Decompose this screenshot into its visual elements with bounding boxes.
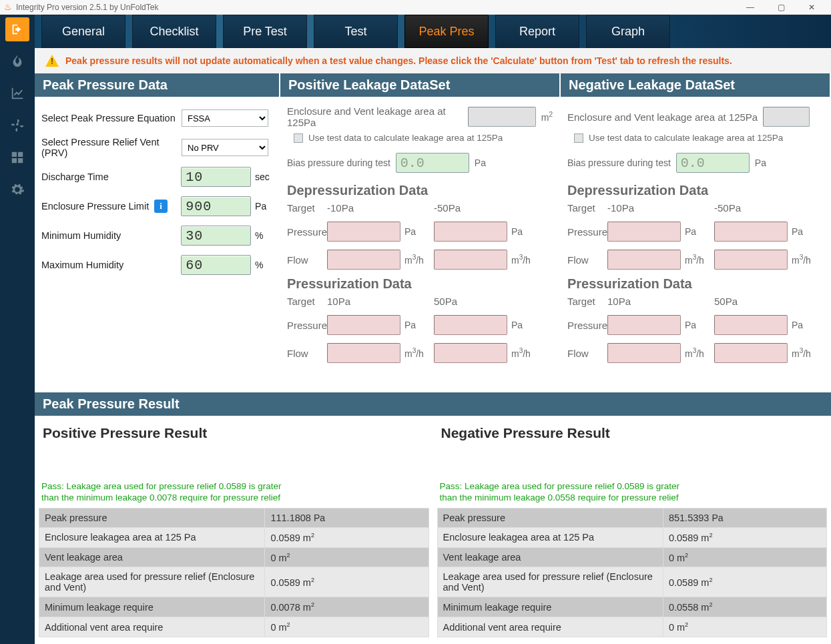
- pos-pres-t2: 50Pa: [434, 296, 547, 307]
- pos-pres-p1[interactable]: [327, 315, 400, 335]
- discharge-input[interactable]: 10: [181, 167, 251, 187]
- maxhum-input[interactable]: 60: [181, 255, 251, 275]
- result-label: Minimum leakage require: [39, 597, 265, 617]
- row-pressure: Pressure: [287, 226, 327, 238]
- tab-peakpres[interactable]: Peak Pres: [404, 15, 489, 48]
- row-target: Target: [287, 202, 327, 214]
- tab-pretest[interactable]: Pre Test: [223, 15, 307, 48]
- result-label: Enclosure leakagea area at 125 Pa: [437, 527, 663, 547]
- neg-pres-title: Pressurization Data: [567, 276, 823, 292]
- result-value: 0 m2: [265, 617, 429, 637]
- result-value: 0 m2: [663, 547, 826, 567]
- result-value: 0 m2: [265, 547, 429, 567]
- close-button[interactable]: ✕: [796, 1, 827, 14]
- equation-label: Select Peak Pressure Equation: [41, 113, 182, 123]
- table-row: Enclosure leakagea area at 125 Pa0.0589 …: [39, 527, 429, 547]
- discharge-unit: sec: [251, 172, 272, 182]
- pos-dep-title: Depressurization Data: [287, 183, 553, 198]
- table-row: Vent leakage area0 m2: [39, 547, 429, 567]
- neg-dep-title: Depressurization Data: [567, 183, 823, 198]
- pos-bias-label: Bias pressure during test: [287, 157, 390, 168]
- pos-enc-unit: m2: [541, 111, 553, 123]
- neg-enc-input[interactable]: [763, 107, 810, 127]
- tab-test[interactable]: Test: [314, 15, 398, 48]
- result-value: 0.0078 m2: [265, 597, 429, 617]
- result-label: Vent leakage area: [39, 547, 265, 567]
- neg-dep-t2: -50Pa: [714, 202, 828, 214]
- tab-graph[interactable]: Graph: [586, 15, 670, 48]
- neg-dep-p2[interactable]: [714, 222, 788, 242]
- minhum-input[interactable]: 30: [181, 226, 251, 246]
- pos-pres-title: Pressurization Data: [287, 276, 553, 292]
- pos-bias-input[interactable]: 0.0: [396, 153, 469, 173]
- pos-bias-unit: Pa: [475, 157, 486, 168]
- warning-icon: [45, 55, 59, 67]
- neg-bias-input[interactable]: 0.0: [676, 153, 750, 173]
- neg-pres-f1[interactable]: [607, 343, 681, 363]
- limit-unit: Pa: [251, 201, 272, 212]
- table-row: Vent leakage area0 m2: [437, 547, 827, 567]
- titlebar: ♨ Integrity Pro version 2.5.1 by UnFoldT…: [0, 0, 831, 15]
- neg-dep-p1[interactable]: [607, 222, 681, 242]
- rail-fan[interactable]: [5, 113, 29, 137]
- rail-dashboard[interactable]: [5, 145, 29, 170]
- neg-pres-t1: 10Pa: [607, 296, 714, 307]
- pos-dep-p1[interactable]: [327, 222, 400, 242]
- result-label: Leakage area used for pressure relief (E…: [39, 567, 265, 597]
- pos-pres-t1: 10Pa: [327, 296, 434, 307]
- info-icon[interactable]: i: [154, 200, 168, 213]
- result-value: 0 m2: [663, 617, 826, 637]
- pos-result-table: Peak pressure111.1808 PaEnclosure leakag…: [39, 508, 429, 637]
- result-value: 0.0558 m2: [663, 597, 826, 617]
- result-value: 111.1808 Pa: [265, 508, 429, 527]
- prv-select[interactable]: No PRV: [182, 139, 268, 156]
- pos-dep-f1[interactable]: [327, 250, 400, 270]
- pos-dep-f2[interactable]: [434, 250, 507, 270]
- pos-usetest-checkbox[interactable]: [294, 133, 303, 143]
- pos-dep-p2[interactable]: [434, 222, 507, 242]
- pos-pres-f1[interactable]: [327, 343, 400, 363]
- rail-settings[interactable]: [5, 178, 29, 202]
- table-row: Leakage area used for pressure relief (E…: [437, 567, 827, 597]
- limit-input[interactable]: 900: [181, 196, 251, 216]
- pos-enc-label: Enclosure and Vent leakage area at 125Pa: [287, 105, 463, 128]
- rail-chart[interactable]: [5, 81, 29, 105]
- rail-flame[interactable]: [5, 49, 29, 73]
- neg-bias-label: Bias pressure during test: [567, 157, 671, 168]
- result-label: Peak pressure: [437, 508, 663, 527]
- pos-enc-input[interactable]: [468, 107, 536, 127]
- table-row: Minimum leakage require0.0078 m2: [39, 597, 429, 617]
- minimize-button[interactable]: —: [735, 1, 766, 14]
- gear-icon: [10, 182, 25, 197]
- tab-report[interactable]: Report: [495, 15, 579, 48]
- neg-result-title: Negative Pressure Result: [441, 425, 828, 441]
- neg-dep-f1[interactable]: [607, 250, 681, 270]
- pos-pres-f2[interactable]: [434, 343, 507, 363]
- row-flow: Flow: [287, 254, 327, 266]
- neg-dep-f2[interactable]: [714, 250, 788, 270]
- pos-pres-p2[interactable]: [434, 315, 507, 335]
- table-row: Minimum leakage require0.0558 m2: [437, 597, 827, 617]
- rail-logout[interactable]: [5, 17, 29, 41]
- limit-label: Enclosure Pressure Limit i: [41, 200, 181, 213]
- equation-select[interactable]: FSSA: [182, 109, 268, 127]
- neg-usetest-checkbox[interactable]: [574, 133, 583, 143]
- pos-result-title: Positive Pressure Result: [43, 425, 429, 441]
- neg-pres-t2: 50Pa: [714, 296, 828, 307]
- neg-pres-p1[interactable]: [607, 315, 681, 335]
- warning-text: Peak pressure results will not update au…: [65, 55, 732, 66]
- maximize-button[interactable]: ▢: [766, 1, 796, 14]
- results-header: Peak Pressure Result: [35, 392, 831, 416]
- result-label: Enclosure leakagea area at 125 Pa: [39, 527, 265, 547]
- neg-result-table: Peak pressure851.5393 PaEnclosure leakag…: [437, 508, 828, 637]
- flame-icon: [10, 54, 25, 69]
- pos-usetest-label: Use test data to calculate leakage area …: [308, 133, 503, 143]
- neg-pres-p2[interactable]: [714, 315, 788, 335]
- result-label: Vent leakage area: [437, 547, 663, 567]
- result-label: Minimum leakage require: [437, 597, 663, 617]
- minhum-label: Minimum Humidity: [41, 230, 181, 241]
- neg-bias-unit: Pa: [755, 157, 766, 168]
- tab-checklist[interactable]: Checklist: [132, 15, 216, 48]
- tab-general[interactable]: General: [41, 15, 125, 48]
- neg-pres-f2[interactable]: [714, 343, 788, 363]
